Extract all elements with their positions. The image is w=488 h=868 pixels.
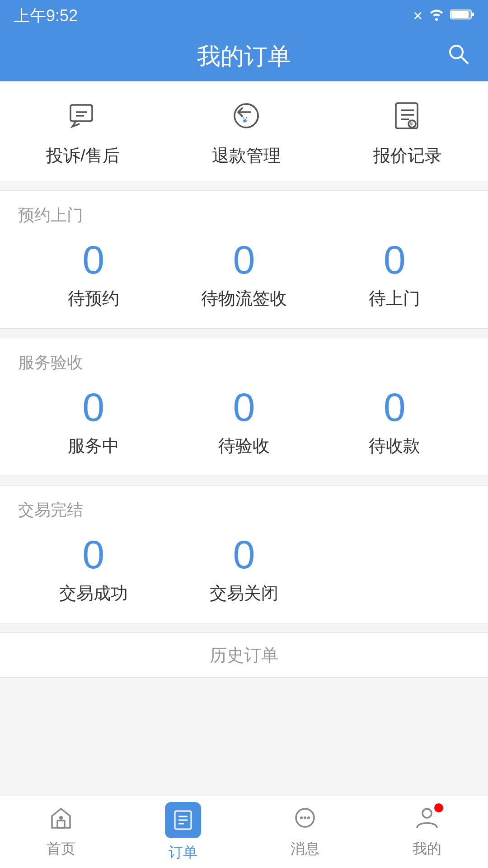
transaction-label-0: 交易成功 (59, 582, 128, 605)
transaction-grid: 0 交易成功 0 交易关闭 (18, 535, 470, 605)
svg-point-18 (59, 816, 63, 820)
close-icon: ✕ (413, 9, 423, 24)
quick-actions: 投诉/售后 ¥ 退款管理 ¥ 报价记录 (0, 81, 488, 181)
page-title: 我的订单 (197, 41, 291, 72)
reservation-grid: 0 待预约 0 待物流签收 0 待上门 (18, 240, 470, 310)
status-time: 上午9:52 (14, 5, 78, 27)
bottom-nav: 首页 订单 消息 (0, 796, 488, 868)
transaction-label-1: 交易关闭 (210, 582, 278, 605)
svg-point-26 (307, 816, 310, 819)
refund-label: 退款管理 (212, 144, 281, 167)
service-label-2: 待收款 (369, 434, 420, 458)
svg-rect-17 (57, 821, 65, 828)
battery-icon (450, 8, 474, 24)
status-icons: ✕ (413, 8, 474, 24)
status-bar: 上午9:52 ✕ (0, 0, 488, 32)
service-label-1: 待验收 (218, 434, 270, 458)
nav-order[interactable]: 订单 (122, 802, 244, 863)
reservation-label-0: 待预约 (68, 287, 119, 310)
reservation-count-2: 0 (384, 240, 406, 280)
complaint-label: 投诉/售后 (46, 144, 120, 167)
history-order-label: 历史订单 (210, 644, 278, 667)
service-item-1[interactable]: 0 待验收 (169, 387, 319, 458)
nav-mine[interactable]: 我的 (366, 805, 488, 859)
service-count-0: 0 (82, 387, 104, 427)
service-item-0[interactable]: 0 服务中 (18, 387, 169, 458)
action-refund[interactable]: ¥ 退款管理 (212, 99, 281, 167)
service-grid: 0 服务中 0 待验收 0 待收款 (18, 387, 470, 458)
reservation-item-1[interactable]: 0 待物流签收 (169, 240, 319, 310)
section-service: 服务验收 0 服务中 0 待验收 0 待收款 (0, 338, 488, 476)
transaction-item-1[interactable]: 0 交易关闭 (169, 535, 319, 605)
wifi-icon (428, 8, 445, 24)
svg-line-4 (461, 57, 468, 64)
reservation-label-2: 待上门 (369, 287, 420, 310)
history-order-section[interactable]: 历史订单 (0, 632, 488, 678)
reservation-item-2[interactable]: 0 待上门 (319, 240, 470, 310)
svg-point-25 (304, 816, 306, 819)
nav-message[interactable]: 消息 (244, 805, 366, 859)
reservation-count-0: 0 (82, 240, 104, 280)
mine-icon (414, 805, 440, 835)
mine-badge (434, 803, 443, 812)
section-service-title: 服务验收 (18, 352, 470, 374)
nav-mine-label: 我的 (413, 839, 441, 859)
section-reservation-title: 预约上门 (18, 204, 470, 226)
reservation-item-0[interactable]: 0 待预约 (18, 240, 169, 310)
service-count-1: 0 (233, 387, 255, 427)
home-icon (48, 805, 74, 835)
search-icon[interactable] (446, 42, 470, 71)
refund-icon: ¥ (230, 99, 263, 137)
svg-point-3 (450, 46, 463, 58)
nav-message-label: 消息 (291, 839, 319, 859)
service-item-2[interactable]: 0 待收款 (319, 387, 470, 458)
transaction-item-0[interactable]: 0 交易成功 (18, 535, 169, 605)
service-label-0: 服务中 (68, 434, 119, 458)
action-complaint[interactable]: 投诉/售后 (46, 99, 120, 167)
nav-order-label: 订单 (169, 843, 197, 863)
quote-icon: ¥ (391, 99, 424, 137)
transaction-count-1: 0 (233, 535, 255, 575)
svg-rect-2 (472, 13, 474, 16)
svg-point-24 (300, 816, 303, 819)
transaction-count-0: 0 (82, 535, 104, 575)
svg-rect-5 (70, 105, 92, 121)
svg-text:¥: ¥ (242, 116, 248, 125)
complaint-icon (67, 99, 99, 137)
service-count-2: 0 (384, 387, 406, 427)
reservation-count-1: 0 (233, 240, 255, 280)
reservation-label-1: 待物流签收 (201, 287, 287, 310)
header: 我的订单 (0, 32, 488, 81)
nav-home-label: 首页 (47, 839, 75, 859)
quote-label: 报价记录 (373, 144, 442, 167)
svg-point-27 (422, 809, 432, 818)
section-transaction-title: 交易完结 (18, 499, 470, 521)
svg-rect-1 (451, 11, 469, 18)
section-reservation: 预约上门 0 待预约 0 待物流签收 0 待上门 (0, 190, 488, 329)
action-quote[interactable]: ¥ 报价记录 (373, 99, 442, 167)
order-icon (165, 802, 201, 838)
nav-home[interactable]: 首页 (0, 805, 122, 859)
message-icon (292, 805, 318, 835)
svg-text:¥: ¥ (409, 120, 413, 127)
section-transaction: 交易完结 0 交易成功 0 交易关闭 (0, 485, 488, 623)
